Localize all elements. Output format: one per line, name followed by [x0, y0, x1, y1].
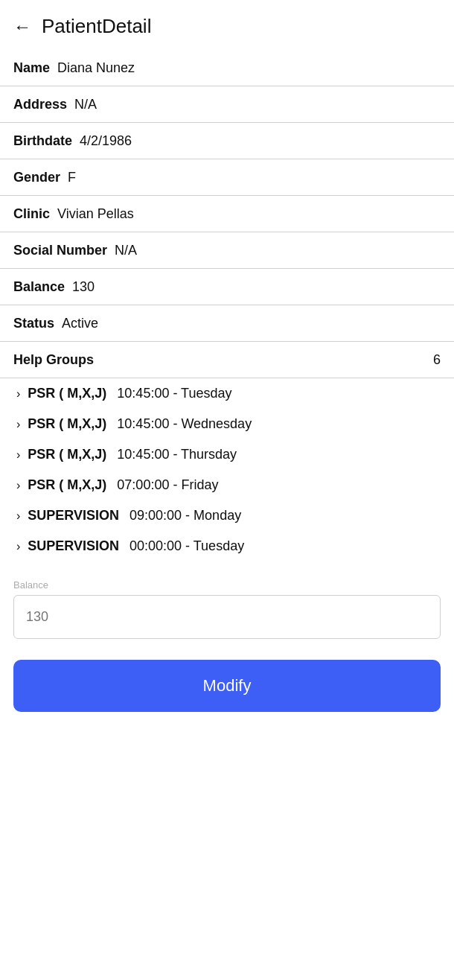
group-name: SUPERVISION	[28, 508, 119, 524]
group-item[interactable]: ›SUPERVISION09:00:00 - Monday	[0, 500, 454, 531]
group-name: PSR ( M,X,J)	[28, 447, 106, 462]
group-item[interactable]: ›PSR ( M,X,J)10:45:00 - Tuesday	[0, 378, 454, 409]
group-schedule: 10:45:00 - Tuesday	[117, 386, 231, 401]
group-item[interactable]: ›PSR ( M,X,J)10:45:00 - Wednesday	[0, 409, 454, 439]
social-number-row: Social Number N/A	[0, 232, 454, 269]
balance-row: Balance 130	[0, 269, 454, 305]
birthdate-row: Birthdate 4/2/1986	[0, 123, 454, 159]
balance-input-label: Balance	[13, 579, 441, 591]
help-groups-header: Help Groups 6	[0, 342, 454, 378]
birthdate-value: 4/2/1986	[80, 133, 132, 149]
clinic-value: Vivian Pellas	[57, 206, 134, 222]
balance-value: 130	[72, 279, 95, 295]
status-value: Active	[62, 316, 98, 331]
chevron-right-icon: ›	[16, 387, 20, 401]
gender-value: F	[68, 170, 76, 185]
balance-label: Balance	[13, 279, 65, 295]
gender-label: Gender	[13, 170, 60, 185]
gender-row: Gender F	[0, 159, 454, 196]
clinic-row: Clinic Vivian Pellas	[0, 196, 454, 232]
name-label: Name	[13, 60, 50, 76]
chevron-right-icon: ›	[16, 448, 20, 462]
group-schedule: 09:00:00 - Monday	[130, 508, 241, 524]
address-value: N/A	[74, 97, 97, 112]
birthdate-label: Birthdate	[13, 133, 72, 149]
group-item[interactable]: ›SUPERVISION00:00:00 - Tuesday	[0, 531, 454, 561]
social-number-value: N/A	[115, 243, 137, 258]
chevron-right-icon: ›	[16, 479, 20, 492]
group-name: SUPERVISION	[28, 538, 119, 554]
address-label: Address	[13, 97, 67, 112]
group-schedule: 07:00:00 - Friday	[117, 477, 218, 493]
chevron-right-icon: ›	[16, 509, 20, 523]
group-schedule: 00:00:00 - Tuesday	[130, 538, 244, 554]
chevron-right-icon: ›	[16, 540, 20, 553]
group-schedule: 10:45:00 - Wednesday	[117, 416, 252, 432]
group-item[interactable]: ›PSR ( M,X,J)10:45:00 - Thursday	[0, 439, 454, 470]
name-row: Name Diana Nunez	[0, 50, 454, 86]
balance-section: Balance	[0, 561, 454, 651]
help-groups-title: Help Groups	[13, 352, 94, 368]
back-button[interactable]: ←	[13, 18, 31, 36]
social-number-label: Social Number	[13, 243, 107, 258]
group-schedule: 10:45:00 - Thursday	[117, 447, 237, 462]
help-groups-list: ›PSR ( M,X,J)10:45:00 - Tuesday›PSR ( M,…	[0, 378, 454, 561]
status-row: Status Active	[0, 305, 454, 342]
header: ← PatientDetail	[0, 0, 454, 50]
status-label: Status	[13, 316, 54, 331]
balance-input[interactable]	[13, 595, 441, 639]
group-name: PSR ( M,X,J)	[28, 477, 106, 493]
page-title: PatientDetail	[42, 15, 151, 38]
modify-button[interactable]: Modify	[13, 660, 441, 712]
group-item[interactable]: ›PSR ( M,X,J)07:00:00 - Friday	[0, 470, 454, 500]
help-groups-count: 6	[433, 352, 441, 368]
group-name: PSR ( M,X,J)	[28, 386, 106, 401]
address-row: Address N/A	[0, 86, 454, 123]
chevron-right-icon: ›	[16, 418, 20, 431]
clinic-label: Clinic	[13, 206, 50, 222]
name-value: Diana Nunez	[57, 60, 135, 76]
group-name: PSR ( M,X,J)	[28, 416, 106, 432]
